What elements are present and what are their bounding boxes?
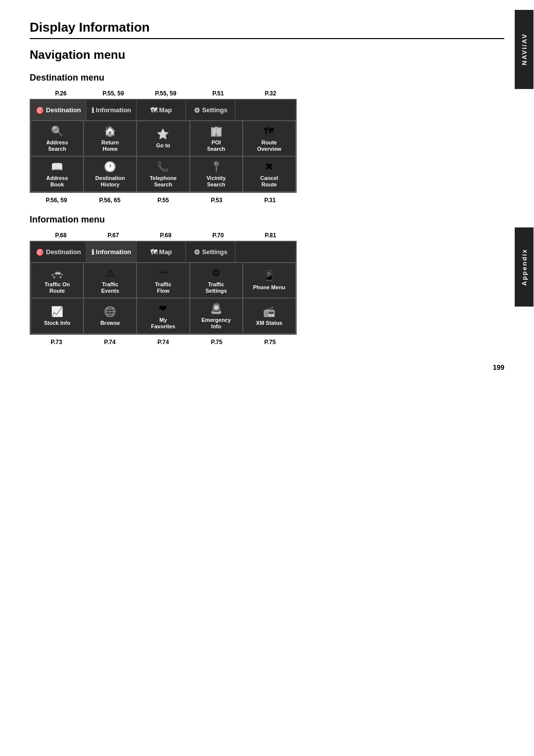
info-grid-row1: 🚗 Traffic OnRoute ⚠ TrafficEvents 〰 Traf… bbox=[31, 263, 296, 298]
traffic-events-icon: ⚠ bbox=[106, 267, 115, 279]
dest-cell-address-book[interactable]: 📖 AddressBook bbox=[31, 156, 84, 192]
info-cell-phone-menu[interactable]: 📱 Phone Menu bbox=[243, 263, 296, 298]
info-icon: ℹ bbox=[91, 106, 94, 114]
go-to-label: Go to bbox=[156, 142, 171, 149]
return-home-label: ReturnHome bbox=[101, 139, 119, 152]
dest-tab-settings[interactable]: ⚙ Settings bbox=[186, 100, 235, 120]
destination-history-label: DestinationHistory bbox=[95, 175, 125, 188]
dest-grid-row1: 🔍 AddressSearch 🏠 ReturnHome ⭐ Go to 🏢 P… bbox=[31, 121, 296, 156]
info-bottom-refs: P.73 P.74 P.74 P.75 P.75 bbox=[30, 339, 297, 346]
appendix-tab: Appendix bbox=[515, 227, 534, 307]
dest-ref-5: P.32 bbox=[244, 90, 297, 97]
address-book-icon: 📖 bbox=[51, 160, 63, 173]
map-icon: 🗺 bbox=[150, 106, 157, 114]
dest-bottom-ref-5: P.31 bbox=[243, 197, 297, 204]
page-container: NAVI/AV Appendix Display Information Nav… bbox=[0, 0, 534, 386]
dest-icon: 🎯 bbox=[36, 106, 44, 114]
telephone-search-label: TelephoneSearch bbox=[150, 175, 177, 188]
vicinity-search-label: VicinitySearch bbox=[207, 175, 226, 188]
info-cell-stock-info[interactable]: 📈 Stock Info bbox=[31, 298, 84, 334]
info-info-icon: ℹ bbox=[91, 248, 94, 256]
info-cell-traffic-settings[interactable]: ⚙ TrafficSettings bbox=[190, 263, 243, 298]
dest-ref-3: P.55, 59 bbox=[139, 90, 192, 97]
dest-cell-go-to[interactable]: ⭐ Go to bbox=[136, 121, 189, 156]
dest-cell-vicinity-search[interactable]: 📍 VicinitySearch bbox=[190, 156, 243, 192]
info-tab-destination[interactable]: 🎯 Destination bbox=[31, 242, 87, 262]
dest-bottom-ref-2: P.56, 65 bbox=[83, 197, 136, 204]
cancel-route-icon: ✖ bbox=[265, 160, 273, 173]
traffic-flow-label: TrafficFlow bbox=[155, 281, 171, 294]
dest-cell-address-search[interactable]: 🔍 AddressSearch bbox=[31, 121, 84, 156]
dest-tab-map[interactable]: 🗺 Map bbox=[136, 100, 186, 120]
map-tab-label: Map bbox=[159, 106, 172, 114]
display-info-title: Display Information bbox=[30, 20, 504, 39]
info-bottom-ref-5: P.75 bbox=[243, 339, 297, 346]
dest-cell-cancel-route[interactable]: ✖ CancelRoute bbox=[243, 156, 296, 192]
browse-label: Browse bbox=[100, 320, 120, 326]
stock-info-icon: 📈 bbox=[51, 305, 63, 318]
poi-search-icon: 🏢 bbox=[210, 125, 222, 137]
go-to-icon: ⭐ bbox=[157, 128, 169, 140]
dest-cell-poi-search[interactable]: 🏢 POISearch bbox=[190, 121, 243, 156]
info-settings-icon: ⚙ bbox=[194, 248, 200, 256]
dest-cell-telephone-search[interactable]: 📞 TelephoneSearch bbox=[136, 156, 189, 192]
telephone-search-icon: 📞 bbox=[157, 160, 169, 173]
traffic-on-route-label: Traffic OnRoute bbox=[44, 281, 70, 294]
dest-tab-information[interactable]: ℹ Information bbox=[87, 100, 137, 120]
traffic-events-label: TrafficEvents bbox=[101, 281, 119, 294]
dest-bottom-ref-4: P.53 bbox=[190, 197, 243, 204]
destination-menu-heading: Destination menu bbox=[30, 73, 504, 83]
my-favorites-icon: ❤ bbox=[159, 302, 167, 315]
dest-tab-destination[interactable]: 🎯 Destination bbox=[31, 100, 87, 120]
dest-cell-destination-history[interactable]: 🕐 DestinationHistory bbox=[84, 156, 136, 192]
dest-cell-route-overview[interactable]: 🗺 RouteOverview bbox=[243, 121, 296, 156]
emergency-info-label: EmergencyInfo bbox=[202, 317, 231, 330]
info-settings-tab-label: Settings bbox=[202, 248, 227, 256]
dest-tab-bar: 🎯 Destination ℹ Information 🗺 Map ⚙ Sett… bbox=[31, 100, 296, 121]
traffic-settings-icon: ⚙ bbox=[212, 267, 221, 279]
info-cell-traffic-on-route[interactable]: 🚗 Traffic OnRoute bbox=[31, 263, 84, 298]
info-cell-xm-status[interactable]: 📻 XM Status bbox=[243, 298, 296, 334]
traffic-flow-icon: 〰 bbox=[158, 267, 168, 279]
settings-tab-label: Settings bbox=[202, 106, 227, 114]
dest-ref-2: P.55, 59 bbox=[87, 90, 139, 97]
route-overview-icon: 🗺 bbox=[264, 125, 274, 137]
address-book-label: AddressBook bbox=[46, 175, 68, 188]
info-cell-emergency-info[interactable]: 🚨 EmergencyInfo bbox=[190, 298, 243, 334]
info-ref-5: P.81 bbox=[244, 232, 297, 239]
info-ref-4: P.70 bbox=[192, 232, 244, 239]
dest-bottom-ref-3: P.55 bbox=[136, 197, 190, 204]
dest-cell-return-home[interactable]: 🏠 ReturnHome bbox=[84, 121, 136, 156]
info-tab-map[interactable]: 🗺 Map bbox=[136, 242, 186, 262]
page-number: 199 bbox=[493, 363, 504, 371]
info-ref-2: P.67 bbox=[87, 232, 139, 239]
cancel-route-label: CancelRoute bbox=[260, 175, 278, 188]
emergency-info-icon: 🚨 bbox=[210, 302, 222, 315]
xm-status-label: XM Status bbox=[256, 320, 282, 326]
info-ref-3: P.69 bbox=[139, 232, 192, 239]
route-overview-label: RouteOverview bbox=[257, 139, 281, 152]
info-bottom-ref-1: P.73 bbox=[30, 339, 83, 346]
info-tab-settings[interactable]: ⚙ Settings bbox=[186, 242, 235, 262]
traffic-on-route-icon: 🚗 bbox=[51, 267, 63, 279]
info-tab-information[interactable]: ℹ Information bbox=[87, 242, 137, 262]
vicinity-search-icon: 📍 bbox=[210, 160, 222, 173]
my-favorites-label: MyFavorites bbox=[151, 317, 176, 330]
dest-bottom-refs: P.56, 59 P.56, 65 P.55 P.53 P.31 bbox=[30, 197, 297, 204]
destination-history-icon: 🕐 bbox=[104, 160, 116, 173]
poi-search-label: POISearch bbox=[207, 139, 225, 152]
info-tab-info-label: Information bbox=[96, 248, 132, 256]
dest-grid-row2: 📖 AddressBook 🕐 DestinationHistory 📞 Tel… bbox=[31, 156, 296, 192]
information-menu-heading: Information menu bbox=[30, 215, 504, 225]
info-cell-my-favorites[interactable]: ❤ MyFavorites bbox=[136, 298, 189, 334]
dest-ref-4: P.51 bbox=[192, 90, 244, 97]
info-ref-1: P.68 bbox=[30, 232, 87, 239]
info-cell-browse[interactable]: 🌐 Browse bbox=[84, 298, 136, 334]
xm-status-icon: 📻 bbox=[263, 305, 275, 318]
dest-ref-1: P.26 bbox=[30, 90, 87, 97]
info-cell-traffic-events[interactable]: ⚠ TrafficEvents bbox=[84, 263, 136, 298]
info-bottom-ref-2: P.74 bbox=[83, 339, 136, 346]
phone-menu-icon: 📱 bbox=[263, 269, 275, 282]
info-cell-traffic-flow[interactable]: 〰 TrafficFlow bbox=[136, 263, 189, 298]
dest-bottom-ref-1: P.56, 59 bbox=[30, 197, 83, 204]
